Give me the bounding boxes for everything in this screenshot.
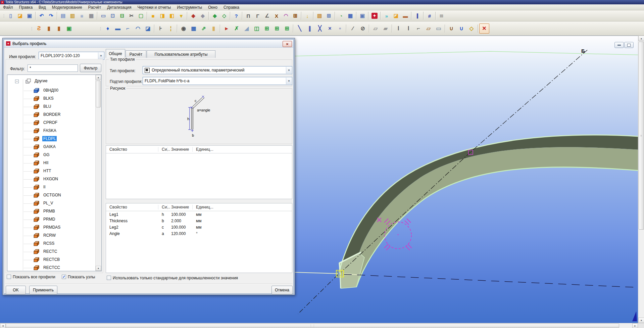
tree-item-label[interactable]: OCTGON — [42, 192, 62, 198]
square-point-icon[interactable]: ▫ — [335, 24, 345, 34]
industry-standard-checkbox[interactable] — [107, 276, 111, 280]
menu-5[interactable]: Расчёт — [85, 5, 104, 10]
binoculars-icon[interactable]: ◉ — [179, 24, 189, 34]
move-part-icon[interactable]: ◧ — [167, 11, 177, 20]
bar-vertical-2-icon[interactable]: ▮ — [54, 24, 64, 34]
pick-point-icon[interactable]: ◈ — [189, 11, 198, 20]
column-tool-2-icon[interactable]: Ⅰ — [403, 24, 413, 34]
u-bolt-icon[interactable]: ∪ — [446, 24, 456, 34]
macro-edit-icon[interactable]: ▬ — [401, 11, 410, 20]
open-model-folder-icon[interactable]: ◪ — [391, 11, 401, 20]
flag-red-icon[interactable]: ▸ — [221, 24, 232, 34]
window-properties-icon[interactable]: ⊡ — [108, 11, 117, 20]
beam-straight-icon[interactable]: ▬ — [113, 24, 123, 34]
clone-part-icon[interactable]: ◫ — [252, 24, 262, 34]
copy-icon[interactable]: ▤ — [58, 11, 68, 20]
parameter-row-thickness[interactable]: Thicknessb2.000мм — [106, 218, 292, 224]
menu-7[interactable]: Чертежи и отчеты — [135, 5, 174, 10]
tree-item-label[interactable]: BORDER — [42, 112, 61, 117]
profile-tree[interactable]: Другие 0ВНД00BLKSBLUBORDERCPROFFASKAFLDP… — [7, 75, 102, 271]
cylinder-icon[interactable]: ▮ — [209, 24, 219, 34]
cancel-button[interactable]: Отмена — [271, 286, 293, 294]
component-copy-icon[interactable]: ◇ — [219, 11, 229, 20]
beam-poly-icon[interactable]: ⌐ — [123, 24, 133, 34]
property-table-parameters[interactable]: СвойствоСи...ЗначениеЕдиниц... Leg1h100.… — [106, 203, 292, 273]
corner-tool-icon[interactable]: Γ — [253, 11, 262, 20]
bolt-tool-icon[interactable]: ↓ — [303, 11, 312, 20]
vertical-scroll-thumb[interactable]: ≡ — [639, 42, 644, 230]
redo-icon[interactable]: ↷ — [46, 11, 56, 20]
ruler-icon[interactable]: ||| — [437, 11, 446, 20]
column-header-3[interactable]: Единиц... — [193, 205, 224, 209]
component-catalog-icon[interactable]: ◆ — [210, 11, 219, 20]
fence-tool-icon[interactable]: Π — [244, 11, 253, 20]
dialog-close-button[interactable]: ✕ — [283, 41, 292, 47]
tab-user-attributes[interactable]: Пользовательские атрибуты — [147, 50, 215, 58]
horizontal-scrollbar[interactable]: ◄ ⋮⋮ ► — [0, 323, 644, 328]
axis-tool-icon[interactable]: ∠ — [262, 11, 272, 20]
chevron-down-icon[interactable] — [286, 67, 292, 74]
tree-item-label[interactable]: CPROF — [42, 120, 58, 125]
tree-item-label[interactable]: RECTCC — [42, 265, 61, 270]
apply-button[interactable]: Применить — [29, 286, 57, 294]
tree-item-label[interactable]: PRMD — [42, 217, 56, 222]
tree-item-label[interactable]: HII — [42, 160, 49, 166]
array-tool-3-icon[interactable]: ⊞ — [282, 24, 292, 34]
paste-icon[interactable]: ▥ — [68, 11, 77, 20]
beam-front-face[interactable] — [339, 147, 638, 288]
toolbar-grip[interactable]: ⋮ — [99, 27, 102, 30]
menu-3[interactable]: Вид — [36, 5, 49, 10]
menu-6[interactable]: Детализация — [104, 5, 134, 10]
tree-item-label[interactable]: FASKA — [42, 128, 57, 133]
orthogonal-beam-icon[interactable]: ⊦ — [156, 24, 166, 34]
profile-type-combobox[interactable]: Определенный пользователем, параметричес… — [143, 66, 292, 74]
tree-item-label[interactable]: PRMB — [42, 208, 56, 214]
filter-input[interactable]: * — [28, 64, 78, 72]
tree-item-label[interactable]: BLKS — [42, 96, 55, 101]
property-table-upper[interactable]: СвойствоСи...ЗначениеЕдиниц... — [106, 145, 292, 199]
tree-item-label[interactable]: FLDPL — [42, 136, 57, 141]
tree-item-label[interactable]: HXGON — [42, 176, 59, 182]
props-gray-2-icon[interactable]: ▰ — [381, 24, 391, 34]
profile-subtype-combobox[interactable]: FLDPL.FoldPlate h*b-c-a — [143, 77, 292, 85]
tab-general[interactable]: Общие — [106, 49, 125, 58]
tree-scroll-up-button[interactable]: ▲ — [96, 75, 101, 80]
bolt-vertical-icon[interactable]: ¦ — [166, 24, 176, 34]
select-area-icon[interactable]: ▢ — [136, 11, 146, 20]
dialog-title-bar[interactable]: ✦ Выбрать профиль — [4, 40, 293, 48]
clipboard-icon[interactable]: ▦ — [87, 11, 96, 20]
point-blue-icon[interactable]: ♦ — [103, 24, 113, 34]
tree-item-label[interactable]: GG — [42, 152, 51, 157]
column-header-0[interactable]: Свойство — [106, 205, 158, 209]
copy-properties-icon[interactable]: ▧ — [315, 11, 324, 20]
line-diagonal-icon[interactable]: ╲ — [295, 24, 305, 34]
menu-9[interactable]: Окно — [205, 5, 220, 10]
lines-parallel-icon[interactable]: ∥ — [305, 24, 315, 34]
measure-line-icon[interactable]: ∕ — [348, 24, 358, 34]
menu-8[interactable]: Инструменты — [174, 5, 205, 10]
filter-button[interactable]: Фильтр — [80, 64, 101, 72]
check-green-icon[interactable]: ✗ — [232, 24, 242, 34]
view-minimize-button[interactable] — [614, 42, 624, 48]
new-document-icon[interactable]: ▯ — [6, 11, 15, 20]
filter-funnel-icon[interactable]: ▼ — [177, 11, 186, 20]
parameter-row-leg1[interactable]: Leg1h100.000мм — [106, 211, 292, 218]
close-view-icon[interactable]: ✕ — [479, 24, 489, 34]
column-header-3[interactable]: Единиц... — [193, 147, 224, 152]
parameter-row-angle[interactable]: Anglea120.000° — [106, 230, 292, 237]
mesh-diamond-icon[interactable]: ◇ — [466, 24, 477, 34]
tree-item-label[interactable]: GAIKA — [42, 144, 57, 149]
props-gray-1-icon[interactable]: ▱ — [370, 24, 381, 34]
tree-item-label[interactable]: BLU — [42, 104, 52, 109]
tree-item-label[interactable]: RCRW — [42, 233, 57, 238]
chart-green-icon[interactable]: ⇗ — [199, 24, 209, 34]
menu-2[interactable]: Правка — [16, 5, 36, 10]
grid-box-icon[interactable]: ⊞ — [291, 11, 300, 20]
comment-icon[interactable]: ▭ — [434, 24, 444, 34]
tree-item-label[interactable]: 0ВНД00 — [42, 88, 59, 93]
horizontal-scroll-thumb[interactable]: ⋮⋮ — [6, 324, 619, 328]
arc-tool-icon[interactable]: ◠ — [281, 11, 291, 20]
column-header-1[interactable]: Си... — [158, 147, 168, 152]
column-header-2[interactable]: Значение — [168, 147, 193, 152]
fast-forward-icon[interactable]: » — [382, 11, 391, 20]
